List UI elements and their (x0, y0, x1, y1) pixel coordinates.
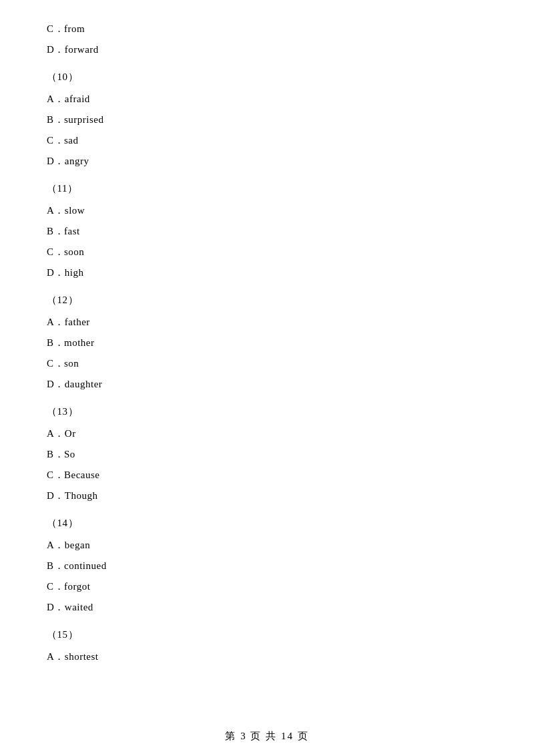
question-10-num: （10） (47, 68, 487, 86)
q11-b: B．fast (47, 222, 487, 240)
q10-c: C．sad (47, 132, 487, 150)
q12-a: A．father (47, 313, 487, 331)
q12-b: B．mother (47, 334, 487, 352)
item-d-forward: D．forward (47, 41, 487, 59)
question-14-num: （14） (47, 514, 487, 532)
q13-b: B．So (47, 445, 487, 463)
q14-c: C．forgot (47, 578, 487, 596)
q14-a: A．began (47, 536, 487, 554)
q14-d: D．waited (47, 598, 487, 616)
q10-b: B．surprised (47, 111, 487, 129)
q15-a: A．shortest (47, 648, 487, 666)
q11-c: C．soon (47, 243, 487, 261)
q13-a: A．Or (47, 425, 487, 443)
question-11-num: （11） (47, 180, 487, 198)
q13-c: C．Because (47, 466, 487, 484)
question-15-num: （15） (47, 626, 487, 644)
q14-b: B．continued (47, 557, 487, 575)
q10-a: A．afraid (47, 90, 487, 108)
main-content: C．from D．forward （10） A．afraid B．surpris… (0, 0, 534, 709)
q12-d: D．daughter (47, 375, 487, 393)
q11-d: D．high (47, 264, 487, 282)
item-c-from: C．from (47, 20, 487, 38)
question-12-num: （12） (47, 291, 487, 309)
q13-d: D．Though (47, 487, 487, 505)
q12-c: C．son (47, 355, 487, 373)
question-13-num: （13） (47, 403, 487, 421)
q10-d: D．angry (47, 152, 487, 170)
page-footer: 第 3 页 共 14 页 (0, 730, 534, 743)
q11-a: A．slow (47, 202, 487, 220)
